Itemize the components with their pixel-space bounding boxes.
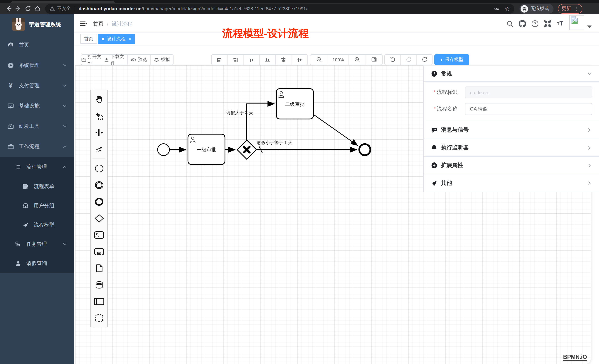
flow-task2-to-end[interactable] xyxy=(313,114,358,146)
url-path: /bpm/manager/model/design?modelId=e4a1a1… xyxy=(141,6,308,11)
flow-label-le1[interactable]: 请假小于等于 1 天 xyxy=(256,140,293,145)
annotation-title: 流程模型-设计流程 xyxy=(222,27,309,41)
send-icon xyxy=(431,180,437,186)
end-event[interactable] xyxy=(359,144,370,155)
align-center-button[interactable] xyxy=(275,55,291,65)
form-row-process-key: *流程标识 xyxy=(424,86,599,98)
exclusive-gateway[interactable] xyxy=(237,140,256,159)
avatar[interactable] xyxy=(569,15,584,30)
bell-icon xyxy=(431,144,437,151)
sidebar-item-label: 支付管理 xyxy=(19,82,40,89)
form-icon xyxy=(22,183,29,190)
warning-icon xyxy=(50,6,55,11)
sidebar-item-label: 流程表单 xyxy=(34,183,54,190)
eye-icon xyxy=(131,58,136,62)
section-execution-listener[interactable]: 执行监听器 xyxy=(424,139,599,157)
simulate-button[interactable]: 模拟 xyxy=(150,55,173,65)
user-task-level1[interactable]: 一级审批 xyxy=(188,134,225,164)
monitor-icon xyxy=(7,102,14,109)
sidebar-item-process-mgmt[interactable]: 流程管理 xyxy=(0,157,74,177)
browser-active-tab[interactable] xyxy=(11,1,115,3)
tab-label: 设计流程 xyxy=(107,36,125,42)
chevron-down-icon xyxy=(63,63,67,67)
app-logo: 芋道管理系统 xyxy=(0,14,74,35)
plus-circle-icon xyxy=(431,162,437,169)
sidebar-item-process-form[interactable]: 流程表单 xyxy=(0,177,74,196)
zoom-in-button[interactable] xyxy=(348,55,366,65)
open-file-button[interactable]: 打开文件 xyxy=(81,55,104,65)
back-icon[interactable] xyxy=(4,4,13,14)
bookmark-star-icon[interactable]: ☆ xyxy=(505,5,510,12)
align-middle-button[interactable] xyxy=(291,55,308,65)
url-divider xyxy=(75,6,75,11)
process-name-input[interactable] xyxy=(465,103,592,115)
breadcrumb-home[interactable]: 首页 xyxy=(93,21,104,27)
browser-update-button[interactable]: 更新 ⋮ xyxy=(558,4,582,14)
undo-icon xyxy=(390,57,395,62)
sidebar-collapse-icon[interactable] xyxy=(80,20,87,27)
sidebar-item-label: 流程模型 xyxy=(34,222,54,228)
users-icon xyxy=(22,203,29,209)
home-icon[interactable] xyxy=(33,4,42,14)
redo-button[interactable] xyxy=(400,55,416,65)
refresh-icon[interactable] xyxy=(23,4,33,14)
svg-text:i: i xyxy=(434,71,435,76)
flow-label-gt3[interactable]: 请假大于 3 天 xyxy=(226,110,254,115)
sidebar-item-leave-query[interactable]: 请假查询 xyxy=(0,254,74,273)
sidebar-item-workflow[interactable]: 工作流程 xyxy=(0,136,74,157)
browser-tab-strip xyxy=(0,0,599,3)
align-right-button[interactable] xyxy=(227,55,243,65)
required-mark: * xyxy=(434,106,436,112)
browser-menu-icon[interactable]: ⋮ xyxy=(574,6,579,11)
flow-gateway-to-task2[interactable] xyxy=(247,104,274,140)
align-left-button[interactable] xyxy=(212,55,227,65)
section-other[interactable]: 其他 xyxy=(424,174,599,192)
preview-button[interactable]: 预览 xyxy=(127,55,150,65)
undo-button[interactable] xyxy=(385,55,400,65)
sidebar-item-user-group[interactable]: 用户分组 xyxy=(0,196,74,215)
start-event[interactable] xyxy=(158,144,169,156)
sidebar-item-label: 工作流程 xyxy=(19,143,40,150)
folder-icon xyxy=(81,57,86,62)
process-key-input[interactable] xyxy=(465,86,592,98)
chevron-up-icon xyxy=(63,145,67,148)
save-model-button[interactable]: + 保存模型 xyxy=(434,54,469,65)
github-icon[interactable] xyxy=(519,20,526,27)
sidebar-item-task-mgmt[interactable]: 任务管理 xyxy=(0,235,74,254)
properties-panel: i 常规 *流程标识 *流程名称 消息与信号 执行监听器 扩展属 xyxy=(423,65,599,192)
key-icon[interactable] xyxy=(494,6,500,12)
toolbox-icon xyxy=(7,123,14,129)
font-size-icon[interactable]: TT xyxy=(556,20,564,27)
sidebar-item-system[interactable]: 系统管理 xyxy=(0,55,74,75)
chevron-right-icon xyxy=(587,128,592,132)
download-file-button[interactable]: 下载文件 xyxy=(104,55,127,65)
sidebar-item-devtools[interactable]: 研发工具 xyxy=(0,116,74,136)
tab-design-process[interactable]: 设计流程 × xyxy=(98,34,135,44)
help-icon[interactable]: ? xyxy=(531,20,539,27)
zoom-fit-button[interactable] xyxy=(366,55,382,65)
bpmn-io-logo[interactable]: BPMN.iO xyxy=(563,354,587,361)
breadcrumb-separator: / xyxy=(107,21,108,27)
tab-close-icon[interactable]: × xyxy=(129,37,131,41)
align-bottom-button[interactable] xyxy=(259,55,275,65)
restart-button[interactable] xyxy=(416,55,432,65)
url-bar[interactable]: 不安全 dashboard.yudao.iocoder.cn/bpm/manag… xyxy=(45,4,514,14)
search-icon[interactable] xyxy=(506,20,513,27)
sidebar-item-label: 请假查询 xyxy=(26,260,47,267)
sidebar-item-home[interactable]: 首页 xyxy=(0,35,74,55)
section-extended-attributes[interactable]: 扩展属性 xyxy=(424,157,599,174)
sidebar-item-process-model[interactable]: 流程模型 xyxy=(0,215,74,235)
section-general[interactable]: i 常规 xyxy=(424,66,599,82)
user-task-level2[interactable]: 二级审批 xyxy=(276,89,313,119)
zoom-out-button[interactable] xyxy=(310,55,328,65)
section-message-signal[interactable]: 消息与信号 xyxy=(424,121,599,139)
sidebar-item-infrastructure[interactable]: 基础设施 xyxy=(0,96,74,116)
gear-icon xyxy=(7,62,14,68)
forward-icon[interactable] xyxy=(13,4,23,14)
fullscreen-icon[interactable] xyxy=(544,20,551,27)
sidebar-item-payment[interactable]: ¥ 支付管理 xyxy=(0,75,74,96)
avatar-dropdown-caret[interactable] xyxy=(587,25,592,28)
zoom-level: 100% xyxy=(328,55,348,65)
tab-home[interactable]: 首页 xyxy=(80,34,97,44)
align-top-button[interactable] xyxy=(243,55,259,65)
